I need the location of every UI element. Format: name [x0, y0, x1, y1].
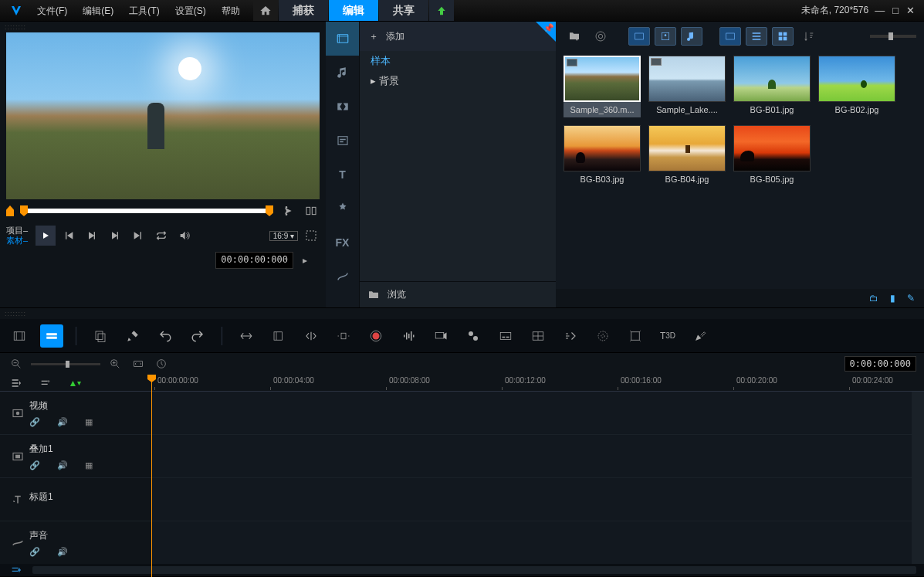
view-grid-button[interactable]	[772, 27, 794, 46]
duration-button[interactable]	[153, 355, 170, 372]
tl-3d-button[interactable]: T3D	[656, 324, 679, 348]
tree-item-sample[interactable]: 样本	[360, 51, 556, 71]
zoom-slider[interactable]	[31, 363, 100, 365]
footer-folder-icon[interactable]: 🗀	[867, 293, 881, 304]
track-row[interactable]	[151, 478, 924, 521]
track-head-overlay[interactable]: 叠加1🔗🔊▦	[0, 435, 151, 478]
add-track-button[interactable]	[8, 562, 25, 577]
playhead[interactable]	[151, 375, 152, 577]
lib-tab-path[interactable]	[326, 260, 359, 294]
track-head-video[interactable]: 视频🔗🔊▦	[0, 392, 151, 435]
track-vol-button[interactable]: 🔊	[57, 460, 68, 470]
preview-scrubber[interactable]	[20, 209, 273, 213]
track-head-audio[interactable]: 声音🔗🔊	[0, 521, 151, 564]
menu-file[interactable]: 文件(F)	[29, 0, 75, 22]
fit-project-button[interactable]	[130, 355, 147, 372]
lib-tab-audio[interactable]	[326, 56, 359, 90]
track-head-title[interactable]: ₁标题1	[0, 478, 151, 521]
tl-slip[interactable]	[300, 324, 323, 348]
thumb-BG-B03.jpg[interactable]: BG-B03.jpg	[564, 125, 641, 187]
track-options-button[interactable]	[37, 375, 54, 392]
tl-paint-button[interactable]	[689, 324, 712, 348]
volume-button[interactable]	[176, 227, 193, 244]
thumb-BG-B04.jpg[interactable]: BG-B04.jpg	[648, 125, 726, 187]
lib-tab-title[interactable]	[326, 124, 359, 158]
import-folder-button[interactable]	[564, 27, 585, 46]
step-fwd-button[interactable]	[107, 227, 124, 244]
split-button[interactable]	[303, 202, 320, 219]
tl-slide[interactable]	[332, 324, 355, 348]
lib-tab-text[interactable]: T	[326, 158, 359, 192]
aspect-ratio-button[interactable]: 16:9 ▾	[269, 231, 298, 241]
lib-tab-transition[interactable]	[326, 90, 359, 124]
footer-battery-icon[interactable]: ▮	[885, 293, 899, 304]
tl-motion-button[interactable]	[559, 324, 582, 348]
tl-pan-zoom-button[interactable]	[624, 324, 647, 348]
tl-fit-button[interactable]	[235, 324, 258, 348]
track-link-button[interactable]: 🔗	[29, 417, 40, 427]
menu-edit[interactable]: 编辑(E)	[75, 0, 121, 22]
tab-home[interactable]	[253, 0, 278, 21]
cut-button[interactable]	[279, 202, 296, 219]
track-vol-button[interactable]: 🔊	[57, 547, 68, 557]
thumb-size-slider[interactable]	[870, 35, 916, 38]
zoom-out-button[interactable]	[8, 355, 25, 372]
preview-mode-project[interactable]: 项目–	[6, 226, 28, 236]
tl-redo-button[interactable]	[186, 324, 209, 348]
go-end-button[interactable]	[130, 227, 147, 244]
track-row[interactable]	[151, 521, 924, 564]
tl-tracking-button[interactable]	[591, 324, 614, 348]
thumb-BG-B01.jpg[interactable]: BG-B01.jpg	[733, 56, 811, 117]
track-row[interactable]	[151, 435, 924, 478]
step-back-button[interactable]	[83, 227, 100, 244]
lib-tab-graphics[interactable]	[326, 192, 359, 226]
track-row[interactable]	[151, 392, 924, 435]
preview-timecode[interactable]: 00:00:00:000	[215, 252, 293, 269]
filter-audio-button[interactable]	[681, 27, 702, 46]
vertical-scrollbar[interactable]	[912, 392, 924, 564]
tl-marker-button[interactable]	[429, 324, 452, 348]
tl-audio-mix[interactable]	[397, 324, 420, 348]
lib-tab-media[interactable]	[326, 22, 359, 56]
fullscreen-button[interactable]	[303, 227, 320, 244]
video-preview[interactable]	[6, 32, 320, 199]
tab-capture[interactable]: 捕获	[279, 0, 328, 21]
window-minimize[interactable]: —	[875, 5, 885, 16]
browse-button[interactable]: 浏览	[360, 281, 556, 307]
sort-button[interactable]	[798, 27, 820, 46]
tl-record-button[interactable]	[364, 324, 388, 348]
window-maximize[interactable]: □	[892, 5, 899, 16]
tl-tools-button[interactable]	[121, 324, 144, 348]
thumb-BG-B05.jpg[interactable]: BG-B05.jpg	[733, 125, 811, 187]
tab-edit[interactable]: 编辑	[329, 0, 378, 21]
tl-chapter-button[interactable]	[462, 324, 485, 348]
menu-tools[interactable]: 工具(T)	[121, 0, 167, 22]
panel-grip[interactable]: ::::::::	[0, 22, 326, 32]
trim-out-handle[interactable]	[266, 205, 273, 216]
preview-mode-clip[interactable]: 素材–	[6, 236, 28, 246]
horizontal-scrollbar[interactable]	[32, 566, 916, 574]
pin-icon[interactable]: 📌	[536, 22, 556, 42]
trim-in-handle[interactable]	[20, 205, 28, 216]
trim-start-icon[interactable]	[6, 205, 14, 216]
thumb-Sample_Lake....[interactable]: Sample_Lake....	[648, 56, 726, 117]
track-menu-button[interactable]	[8, 375, 25, 392]
lib-tab-fx[interactable]: FX	[326, 226, 359, 260]
track-vol-button[interactable]: 🔊	[57, 417, 68, 427]
timeline-grip[interactable]: ::::::::	[0, 308, 924, 319]
footer-edit-icon[interactable]: ✎	[904, 293, 918, 304]
view-list-button[interactable]	[719, 27, 741, 46]
tl-storyboard-button[interactable]	[8, 324, 31, 348]
camera-button[interactable]	[590, 27, 611, 46]
filter-video-button[interactable]	[628, 27, 650, 46]
filter-photo-button[interactable]	[655, 27, 676, 46]
tl-mark-in[interactable]	[267, 324, 290, 348]
tl-multiview-button[interactable]	[526, 324, 550, 348]
loop-button[interactable]	[153, 227, 170, 244]
tab-share[interactable]: 共享	[379, 0, 428, 21]
view-detail-button[interactable]	[746, 27, 767, 46]
library-add-button[interactable]: ＋ 添加 📌	[360, 22, 556, 51]
tl-subtitle-button[interactable]	[494, 324, 517, 348]
thumb-BG-B02.jpg[interactable]: BG-B02.jpg	[818, 56, 895, 117]
tl-undo-button[interactable]	[154, 324, 177, 348]
